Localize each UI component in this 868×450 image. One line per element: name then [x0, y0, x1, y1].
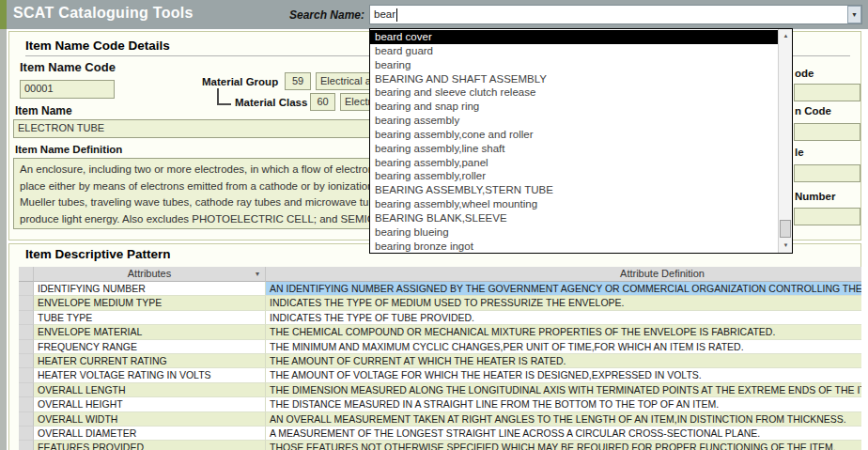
attribute-definition-cell[interactable]: THE AMOUNT OF CURRENT AT WHICH THE HEATE…: [266, 354, 861, 368]
scroll-down-arrow-icon[interactable]: ▼: [779, 239, 793, 253]
attribute-cell[interactable]: HEATER CURRENT RATING: [34, 354, 266, 368]
dropdown-item[interactable]: bearing assembly,line shaft: [370, 142, 779, 156]
dropdown-scrollbar[interactable]: ▲ ▼: [778, 29, 792, 253]
app-title: SCAT Cataloguing Tools: [13, 5, 194, 22]
dropdown-item[interactable]: bearing assembly: [370, 114, 779, 128]
table-row: ENVELOPE MATERIALTHE CHEMICAL COMPOUND O…: [19, 325, 861, 339]
app-header: SCAT Cataloguing Tools Search Name: bear…: [0, 0, 868, 29]
attribute-definition-cell[interactable]: INDICATES THE TYPE OF TUBE PROVIDED.: [266, 311, 861, 325]
dropdown-item[interactable]: beard cover: [370, 30, 779, 44]
dropdown-item[interactable]: bearing: [370, 58, 779, 72]
search-input-value[interactable]: bear: [374, 8, 395, 20]
dropdown-item[interactable]: bearing assembly,cone and roller: [370, 128, 779, 142]
item-name-label: Item Name: [15, 104, 72, 117]
attribute-cell[interactable]: ENVELOPE MATERIAL: [34, 325, 266, 339]
attribute-cell[interactable]: OVERALL LENGTH: [34, 383, 266, 397]
table-header-row: Attributes ▾ Attribute Definition: [19, 267, 861, 282]
table-row: OVERALL WIDTHAN OVERALL MEASUREMENT TAKE…: [19, 412, 861, 427]
search-name-label: Search Name:: [278, 8, 364, 22]
table-row: OVERALL LENGTHTHE DIMENSION MEASURED ALO…: [19, 383, 861, 397]
row-selector[interactable]: [19, 325, 34, 339]
attribute-cell[interactable]: TUBE TYPE: [34, 311, 266, 325]
material-group-label: Material Group: [202, 76, 278, 87]
table-row: ENVELOPE MEDIUM TYPEINDICATES THE TYPE O…: [19, 296, 861, 310]
row-selector[interactable]: [19, 296, 34, 310]
app-window: SCAT Cataloguing Tools Search Name: bear…: [0, 0, 868, 450]
row-selector[interactable]: [19, 311, 34, 325]
table-row: FREQUENCY RANGETHE MINIMUM AND MAXIMUM C…: [19, 340, 861, 354]
right-field-label-fragment: le: [795, 147, 804, 158]
dropdown-item[interactable]: bearing and sleeve clutch release: [370, 85, 779, 100]
pattern-section-title: Item Descriptive Pattern: [25, 247, 171, 261]
attribute-definition-cell[interactable]: THE CHEMICAL COMPOUND OR MECHANICAL MIXT…: [266, 325, 861, 339]
table-row: FEATURES PROVIDEDTHOSE FEATURES NOT OTHE…: [19, 441, 861, 450]
attributes-table: Attributes ▾ Attribute Definition IDENTI…: [19, 267, 861, 450]
row-selector[interactable]: [19, 282, 34, 296]
material-class-label: Material Class: [235, 97, 307, 108]
attribute-definition-cell[interactable]: INDICATES THE TYPE OF MEDIUM USED TO PRE…: [266, 296, 861, 310]
attribute-definition-cell[interactable]: THE DIMENSION MEASURED ALONG THE LONGITU…: [266, 383, 861, 397]
row-selector[interactable]: [19, 383, 34, 397]
attribute-cell[interactable]: OVERALL DIAMETER: [34, 427, 266, 441]
attribute-definition-cell[interactable]: AN OVERALL MEASUREMENT TAKEN AT RIGHT AN…: [266, 412, 861, 427]
attribute-definition-cell[interactable]: THE MINIMUM AND MAXIMUM CYCLIC CHANGES,P…: [266, 340, 861, 354]
window-edge-strip: [0, 29, 7, 450]
material-class-code-input[interactable]: 60: [310, 93, 335, 111]
material-group-code-input[interactable]: 59: [285, 72, 311, 90]
right-field-input[interactable]: [794, 164, 860, 182]
dropdown-item[interactable]: beard guard: [370, 44, 779, 58]
row-selector[interactable]: [19, 340, 34, 354]
right-field-label-fragment: n Code: [795, 105, 831, 116]
attribute-cell[interactable]: IDENTIFYING NUMBER: [34, 282, 266, 296]
dropdown-item[interactable]: bearing assembly,roller: [370, 169, 779, 183]
search-name-combobox[interactable]: bear ▼: [369, 5, 862, 24]
table-row: OVERALL DIAMETERA MEASUREMENT OF THE LON…: [19, 427, 861, 441]
chevron-down-icon: ▼: [851, 11, 858, 18]
attributes-filter-arrow-icon[interactable]: ▾: [256, 270, 259, 278]
right-field-input[interactable]: [794, 208, 860, 225]
attribute-cell[interactable]: FEATURES PROVIDED: [34, 441, 266, 450]
dropdown-item[interactable]: bearing assembly,wheel mounting: [370, 197, 779, 211]
dropdown-item[interactable]: bearing bronze ingot: [370, 240, 779, 254]
attribute-cell[interactable]: ENVELOPE MEDIUM TYPE: [34, 296, 266, 310]
table-row: HEATER VOLTAGE RATING IN VOLTSTHE AMOUNT…: [19, 368, 861, 382]
item-name-code-label: Item Name Code: [20, 60, 116, 74]
group-class-connector-line: [217, 88, 219, 104]
attribute-cell[interactable]: HEATER VOLTAGE RATING IN VOLTS: [34, 368, 266, 382]
dropdown-item[interactable]: BEARING AND SHAFT ASSEMBLY: [370, 72, 779, 86]
attribute-cell[interactable]: OVERALL WIDTH: [34, 412, 266, 427]
row-selector[interactable]: [19, 412, 34, 427]
scroll-up-arrow-icon[interactable]: ▲: [779, 29, 793, 43]
row-selector[interactable]: [19, 368, 34, 382]
right-field-label-fragment: Number: [795, 191, 835, 202]
row-selector[interactable]: [19, 397, 34, 411]
header-accent-strip: [0, 0, 7, 29]
row-selector[interactable]: [19, 427, 34, 441]
dropdown-item[interactable]: BEARING ASSEMBLY,STERN TUBE: [370, 183, 779, 197]
attribute-cell[interactable]: FREQUENCY RANGE: [34, 340, 266, 354]
attribute-definition-cell[interactable]: THOSE FEATURES NOT OTHERWISE SPECIFIED W…: [266, 441, 861, 450]
right-field-input[interactable]: [794, 123, 860, 141]
group-class-connector-line: [217, 103, 231, 105]
attribute-cell[interactable]: OVERALL HEIGHT: [34, 397, 266, 411]
dropdown-item[interactable]: BEARING BLANK,SLEEVE: [370, 211, 779, 225]
dropdown-scrollbar-thumb[interactable]: [780, 220, 791, 238]
attribute-definition-cell[interactable]: THE DISTANCE MEASURED IN A STRAIGHT LINE…: [266, 397, 861, 411]
right-field-input[interactable]: [794, 84, 860, 101]
attribute-definition-cell[interactable]: THE AMOUNT OF VOLTAGE FOR WHICH THE HEAT…: [266, 368, 861, 382]
item-name-definition-label: Item Name Definition: [15, 144, 122, 155]
dropdown-item[interactable]: bearing blueing: [370, 225, 779, 240]
table-row: IDENTIFYING NUMBERAN IDENTIFYING NUMBER …: [19, 282, 861, 296]
details-section-title: Item Name Code Details: [25, 39, 170, 53]
item-name-code-input[interactable]: 00001: [20, 80, 115, 99]
row-selector[interactable]: [19, 354, 34, 368]
table-row: HEATER CURRENT RATINGTHE AMOUNT OF CURRE…: [19, 354, 861, 368]
dropdown-item[interactable]: bearing assembly,panel: [370, 156, 779, 170]
attribute-definition-cell[interactable]: AN IDENTIFYING NUMBER ASSIGNED BY THE GO…: [266, 282, 861, 296]
attribute-definition-cell[interactable]: A MEASUREMENT OF THE LONGEST STRAIGHT LI…: [266, 427, 861, 441]
dropdown-item[interactable]: bearing and snap ring: [370, 100, 779, 114]
combo-dropdown-button[interactable]: ▼: [847, 6, 861, 23]
attributes-column-header[interactable]: Attributes ▾: [34, 267, 266, 282]
definition-column-header[interactable]: Attribute Definition: [266, 267, 861, 282]
row-selector[interactable]: [19, 441, 34, 450]
